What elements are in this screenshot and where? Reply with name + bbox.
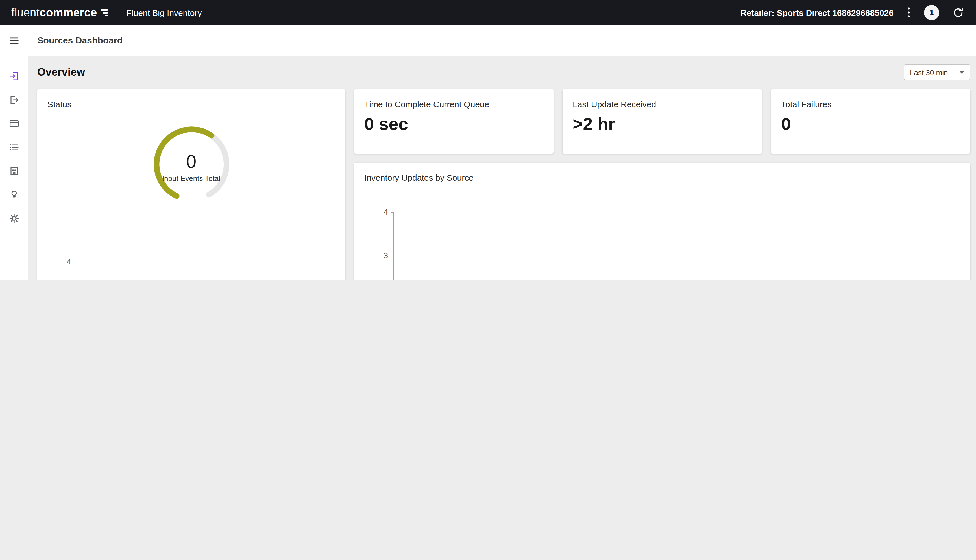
sidebar-item-sources[interactable] [0, 64, 28, 88]
sidebar [0, 25, 28, 280]
page-title: Sources Dashboard [37, 35, 123, 45]
last-update-card: Last Update Received >2 hr [562, 89, 762, 153]
fluent-commerce-logo: fluentcommerce [11, 6, 108, 19]
sources-icon [8, 70, 20, 82]
queue-time-card: Time to Complete Current Queue 0 sec [354, 89, 554, 153]
content-area: Overview Last 30 min Status [28, 57, 976, 280]
sidebar-item-settings[interactable] [0, 207, 28, 230]
queue-time-value: 0 sec [364, 114, 543, 134]
topbar: fluentcommerce Fluent Big Inventory Reta… [0, 0, 976, 25]
input-events-gauge: 0 Input Events Total [149, 123, 234, 208]
total-failures-card: Total Failures 0 [771, 89, 970, 153]
svg-text:4: 4 [384, 208, 388, 216]
app-title: Fluent Big Inventory [127, 8, 202, 17]
sidebar-item-insights[interactable] [0, 183, 28, 207]
status-card: Status 0 Input Events Total [37, 89, 345, 280]
billing-icon [8, 118, 20, 129]
topbar-divider [117, 6, 117, 18]
gauge-value: 0 [149, 152, 234, 172]
status-card-title: Status [47, 99, 335, 109]
time-filter-dropdown[interactable]: Last 30 min [904, 64, 970, 80]
queue-time-title: Time to Complete Current Queue [364, 99, 543, 109]
inventory-updates-card: Inventory Updates by Source # Updates [354, 163, 970, 280]
page-header: Sources Dashboard [28, 25, 976, 57]
total-failures-title: Total Failures [781, 99, 960, 109]
chevron-down-icon [959, 71, 964, 74]
refresh-icon[interactable] [952, 6, 965, 19]
insights-icon [8, 189, 20, 200]
app-root: fluentcommerce Fluent Big Inventory Reta… [0, 0, 976, 280]
sidebar-item-billing[interactable] [0, 112, 28, 135]
last-update-value: >2 hr [573, 114, 752, 134]
list-icon [8, 142, 20, 153]
menu-icon[interactable] [0, 25, 28, 57]
retailer-label: Retailer: Sports Direct 1686296685026 [741, 8, 894, 17]
svg-text:4: 4 [67, 258, 71, 266]
settings-icon [8, 213, 20, 224]
sidebar-item-organization[interactable] [0, 159, 28, 183]
sidebar-item-list[interactable] [0, 135, 28, 159]
logo-text-light: fluent [11, 6, 40, 19]
time-filter-value: Last 30 min [910, 68, 948, 77]
last-update-title: Last Update Received [573, 99, 752, 109]
outputs-icon [8, 94, 20, 105]
kebab-menu-icon[interactable] [906, 5, 912, 20]
fluent-logo-icon [100, 9, 108, 16]
status-chart: # Updates 4 3 2 [47, 258, 335, 280]
notification-badge[interactable]: 1 [924, 5, 939, 20]
overview-heading: Overview [37, 66, 85, 78]
svg-text:3: 3 [384, 251, 388, 260]
logo-text-bold: commerce [40, 6, 97, 19]
organization-icon [8, 165, 20, 177]
gauge-label: Input Events Total [149, 175, 234, 183]
inventory-chart: # Updates 4 3 2 [364, 208, 960, 280]
inventory-card-title: Inventory Updates by Source [364, 173, 960, 182]
sidebar-item-outputs[interactable] [0, 88, 28, 112]
total-failures-value: 0 [781, 114, 960, 134]
